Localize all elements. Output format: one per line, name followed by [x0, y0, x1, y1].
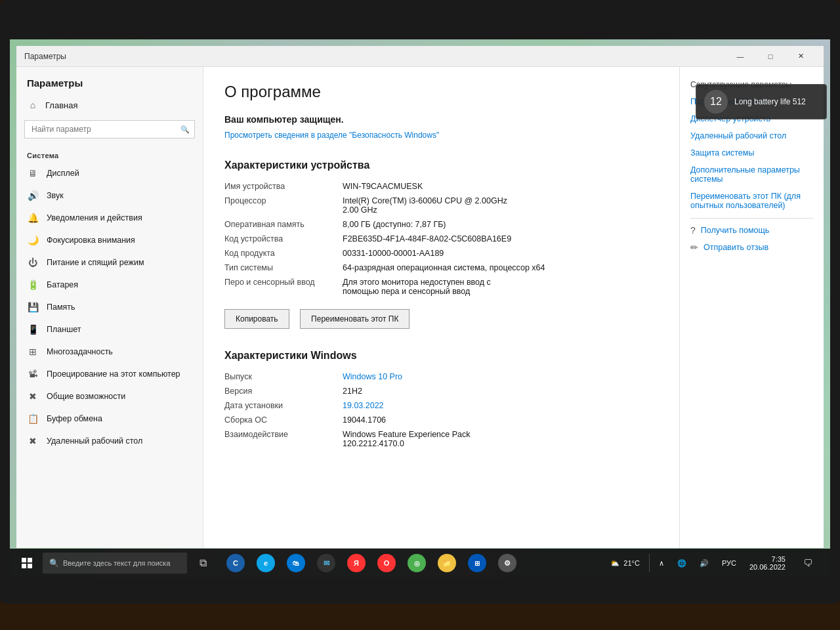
- taskbar-app-cortana[interactable]: C: [221, 549, 250, 578]
- taskbar-app-mail[interactable]: ✉: [312, 549, 341, 578]
- info-value: 19044.1706: [343, 415, 658, 425]
- screen: 12 Long battery life 512 Параметры — □ ✕…: [10, 39, 830, 578]
- right-link-rename[interactable]: Переименовать этот ПК (для опытных польз…: [690, 192, 813, 210]
- sidebar-item-label: Дисплей: [47, 169, 79, 178]
- info-label: Дата установки: [224, 401, 343, 410]
- right-link-remote[interactable]: Удаленный рабочий стол: [690, 131, 813, 140]
- settings-taskbar-icon: ⚙: [498, 554, 516, 572]
- sidebar-item-power[interactable]: ⏻ Питание и спящий режим: [16, 251, 203, 274]
- sidebar-item-remote[interactable]: ✖ Удаленный рабочий стол: [16, 430, 203, 452]
- info-label: Процессор: [224, 196, 343, 215]
- rename-button[interactable]: Переименовать этот ПК: [300, 309, 410, 329]
- taskbar-app-yandex[interactable]: Я: [342, 549, 371, 578]
- page-title: О программе: [224, 83, 658, 101]
- info-value: Windows 10 Pro: [343, 372, 658, 381]
- weather-icon: ⛅: [610, 559, 620, 568]
- tablet-icon: 📱: [27, 324, 39, 335]
- sidebar-item-sound[interactable]: 🔊 Звук: [16, 184, 203, 207]
- right-link-advanced[interactable]: Дополнительные параметры системы: [690, 165, 813, 184]
- sidebar-item-label: Фокусировка внимания: [47, 236, 135, 245]
- acer-logo: acer: [403, 528, 436, 545]
- taskbar-systray: ⛅ 21°C ∧ 🌐 🔊 РУС 7:35 2: [605, 549, 828, 578]
- info-value: 8,00 ГБ (доступно: 7,87 ГБ): [343, 220, 658, 229]
- sidebar-item-multitask[interactable]: ⊞ Многозадачность: [16, 341, 203, 363]
- sidebar-item-tablet[interactable]: 📱 Планшет: [16, 318, 203, 341]
- projection-icon: 📽: [27, 368, 39, 380]
- right-link-protection[interactable]: Защита системы: [690, 148, 813, 158]
- weather-widget[interactable]: ⛅ 21°C: [605, 549, 645, 578]
- msstore2-icon: ⊞: [468, 554, 486, 572]
- info-value: 21H2: [343, 387, 658, 396]
- taskbar-app-store[interactable]: 🛍: [282, 549, 310, 578]
- help-link[interactable]: Получить помощь: [701, 226, 769, 235]
- sidebar-item-clipboard[interactable]: 📋 Буфер обмена: [16, 408, 203, 430]
- search-icon: 🔍: [49, 558, 59, 568]
- sidebar-item-notifications[interactable]: 🔔 Уведомления и действия: [16, 207, 203, 229]
- search-input[interactable]: [24, 120, 195, 138]
- info-value: Для этого монитора недоступен ввод спомо…: [343, 278, 658, 296]
- security-status: Ваш компьютер защищен.: [224, 114, 658, 125]
- taskbar-app-opera[interactable]: O: [372, 549, 401, 578]
- maximize-button[interactable]: □: [755, 46, 786, 67]
- memory-icon: 💾: [27, 301, 39, 313]
- sidebar-item-projection[interactable]: 📽 Проецирование на этот компьютер: [16, 363, 203, 385]
- search-placeholder: Введите здесь текст для поиска: [63, 559, 171, 567]
- wifi-icon: 🌐: [677, 559, 686, 568]
- hidden-icons[interactable]: ∧: [654, 549, 669, 578]
- info-value: F2BE635D-4F1A-484F-8A02-C5C608BA16E9: [343, 234, 658, 243]
- info-value: Intel(R) Core(TM) i3-6006U CPU @ 2.00GHz…: [343, 196, 658, 215]
- sidebar-item-focus[interactable]: 🌙 Фокусировка внимания: [16, 229, 203, 251]
- taskbar-app-settings[interactable]: ⚙: [493, 549, 522, 578]
- info-value: WIN-T9CAACMUESK: [343, 182, 658, 191]
- title-bar-controls: — □ ✕: [725, 46, 816, 67]
- minimize-button[interactable]: —: [725, 46, 755, 67]
- sidebar-item-memory[interactable]: 💾 Память: [16, 296, 203, 318]
- sidebar-item-home[interactable]: ⌂ Главная: [16, 94, 203, 116]
- language-indicator[interactable]: РУС: [717, 549, 742, 578]
- info-label: Перо и сенсорный ввод: [224, 278, 343, 296]
- right-action-feedback[interactable]: ✏ Отправить отзыв: [690, 242, 813, 253]
- info-row-device-name: Имя устройства WIN-T9CAACMUESK: [224, 182, 658, 191]
- sidebar-search-container: 🔍: [24, 120, 195, 138]
- taskbar-app-chrome[interactable]: ◎: [402, 549, 431, 578]
- right-action-help[interactable]: ? Получить помощь: [690, 225, 813, 236]
- copy-button[interactable]: Копировать: [224, 309, 289, 329]
- taskbar-app-edge[interactable]: e: [251, 549, 280, 578]
- sidebar-item-label: Планшет: [47, 325, 81, 334]
- taskbar-app-explorer[interactable]: 📁: [432, 549, 461, 578]
- network-icon[interactable]: 🌐: [672, 549, 692, 578]
- focus-icon: 🌙: [27, 234, 39, 246]
- accessibility-icon: ✖: [27, 390, 39, 402]
- taskbar-app-msstore2[interactable]: ⊞: [463, 549, 492, 578]
- sidebar-item-display[interactable]: 🖥 Дисплей: [16, 162, 203, 184]
- task-view-button[interactable]: ⧉: [188, 549, 217, 578]
- info-label: Взаимодействие: [224, 430, 343, 448]
- window-title: Параметры: [24, 52, 725, 61]
- battery-icon: 12: [704, 90, 728, 114]
- taskbar-pinned-apps: C e 🛍 ✉: [221, 549, 522, 578]
- info-row-ram: Оперативная память 8,00 ГБ (доступно: 7,…: [224, 220, 658, 229]
- sidebar-item-label: Удаленный рабочий стол: [47, 436, 142, 446]
- right-divider: [690, 218, 813, 219]
- sidebar-section-label: Система: [16, 146, 203, 162]
- cortana-icon: C: [226, 554, 245, 572]
- windows-section-title: Характеристики Windows: [224, 350, 658, 362]
- close-button[interactable]: ✕: [786, 46, 816, 67]
- taskbar-search[interactable]: 🔍 Введите здесь текст для поиска: [43, 553, 187, 574]
- info-row-processor: Процессор Intel(R) Core(TM) i3-6006U CPU…: [224, 196, 658, 215]
- main-content: О программе Ваш компьютер защищен. Просм…: [203, 67, 679, 548]
- sidebar-item-accessibility[interactable]: ✖ Общие возможности: [16, 385, 203, 408]
- feedback-link[interactable]: Отправить отзыв: [704, 243, 768, 252]
- language-text: РУС: [722, 559, 736, 567]
- volume-icon[interactable]: 🔊: [694, 549, 714, 578]
- window-body: Параметры ⌂ Главная 🔍 Система 🖥 Дисплей: [16, 67, 824, 548]
- start-button[interactable]: [12, 549, 41, 578]
- sidebar-item-battery[interactable]: 🔋 Батарея: [16, 274, 203, 296]
- search-icon: 🔍: [180, 125, 190, 134]
- settings-window: Параметры — □ ✕ Параметры ⌂ Главная: [16, 46, 824, 548]
- sidebar-item-label: Память: [47, 303, 75, 312]
- security-link[interactable]: Просмотреть сведения в разделе "Безопасн…: [224, 129, 439, 141]
- action-center-button[interactable]: 🗨: [793, 549, 822, 578]
- device-section-title: Характеристики устройства: [224, 159, 658, 171]
- clock[interactable]: 7:35 20.06.2022: [744, 549, 791, 578]
